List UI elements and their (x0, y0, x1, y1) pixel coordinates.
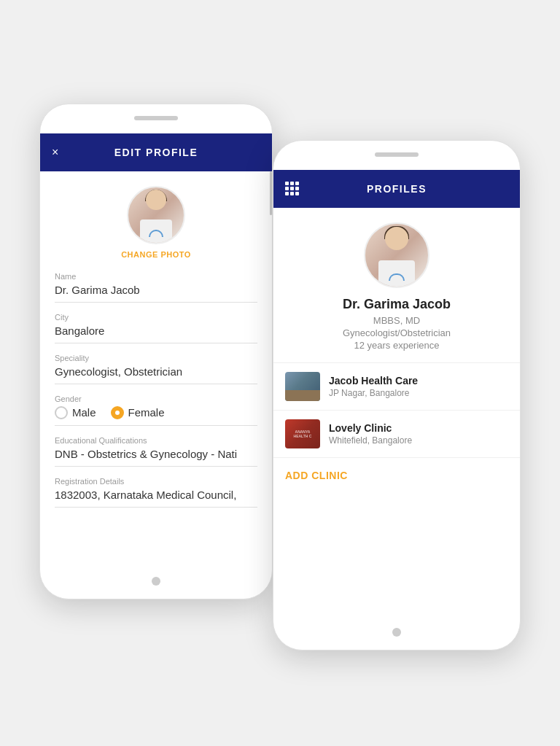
phones-container: × EDIT PROFILE CH (25, 45, 535, 702)
change-photo-button[interactable]: CHANGE PHOTO (121, 250, 191, 259)
close-button[interactable]: × (52, 146, 58, 159)
reg-label: Registration Details (55, 477, 257, 486)
doctor-head (146, 190, 166, 210)
doctor-hero: Dr. Garima Jacob MBBS, MD Gynecologist/O… (273, 208, 520, 363)
reg-value[interactable]: 1832003, Karnataka Medical Council, (55, 489, 257, 501)
city-value[interactable]: Bangalore (55, 325, 257, 337)
edu-label: Educational Qualifications (55, 436, 257, 445)
clinic-thumbnail-1 (285, 372, 320, 401)
speciality-label: Speciality (55, 354, 257, 362)
edit-profile-phone: × EDIT PROFILE CH (39, 104, 273, 599)
doctor-coat (140, 219, 172, 243)
speciality-value[interactable]: Gynecologist, Obstetrician (55, 365, 257, 378)
doctor-avatar-large (364, 222, 429, 288)
doctor-figure-large (368, 225, 426, 287)
gender-label: Gender (55, 395, 257, 403)
speciality-field: Speciality Gynecologist, Obstetrician (55, 354, 257, 384)
clinic-thumbnail-2: ANANYAHEALTH C (285, 419, 320, 448)
clinic-info-1: Jacob Health Care JP Nagar, Bangalore (329, 375, 508, 398)
clinic-location-2: Whitefield, Bangalore (329, 435, 508, 446)
clinic-thumb-text: ANANYAHEALTH C (294, 430, 312, 438)
doctor-coat-lg (378, 260, 415, 287)
clinic-location-1: JP Nagar, Bangalore (329, 388, 508, 398)
gender-options: Male Female (55, 406, 257, 419)
edit-profile-screen: × EDIT PROFILE CH (40, 133, 272, 570)
grid-icon[interactable] (285, 182, 299, 195)
profiles-title: PROFILES (367, 183, 427, 195)
avatar (127, 186, 185, 244)
doctor-name: Dr. Garima Jacob (343, 297, 451, 312)
doctor-experience: 12 years experience (354, 340, 439, 351)
name-field: Name Dr. Garima Jacob (55, 272, 257, 303)
male-label: Male (72, 406, 96, 419)
stethoscope-icon-lg (389, 273, 405, 281)
doctor-head-lg (385, 227, 408, 250)
list-item[interactable]: ANANYAHEALTH C Lovely Clinic Whitefield,… (273, 411, 520, 458)
profiles-phone: PROFILES Dr. Garima Jaco (273, 140, 521, 650)
gender-field: Gender Male Female (55, 395, 257, 426)
profiles-screen: PROFILES Dr. Garima Jaco (273, 170, 520, 621)
clinic-name-1: Jacob Health Care (329, 375, 508, 386)
doctor-figure (131, 188, 182, 243)
edit-profile-header: × EDIT PROFILE (40, 133, 272, 171)
male-radio[interactable] (55, 406, 68, 419)
list-item[interactable]: Jacob Health Care JP Nagar, Bangalore (273, 363, 520, 411)
clinic-info-2: Lovely Clinic Whitefield, Bangalore (329, 422, 508, 446)
stethoscope-icon (149, 230, 163, 237)
city-label: City (55, 313, 257, 322)
doctor-qualifications: MBBS, MD (373, 315, 420, 326)
name-label: Name (55, 272, 257, 281)
clinic-name-2: Lovely Clinic (329, 422, 508, 434)
reg-field: Registration Details 1832003, Karnataka … (55, 477, 257, 508)
female-radio[interactable] (111, 406, 124, 419)
edit-profile-title: EDIT PROFILE (114, 147, 198, 158)
edu-value[interactable]: DNB - Obstetrics & Gynecology - Nati (55, 448, 257, 460)
scroll-indicator (270, 171, 272, 215)
photo-section: CHANGE PHOTO (55, 186, 257, 259)
edu-field: Educational Qualifications DNB - Obstetr… (55, 436, 257, 467)
gender-male-option[interactable]: Male (55, 406, 96, 419)
add-clinic-button[interactable]: ADD CLINIC (273, 458, 520, 493)
profiles-header: PROFILES (273, 170, 520, 208)
female-label: Female (128, 406, 165, 419)
clinic-list: Jacob Health Care JP Nagar, Bangalore AN… (273, 363, 520, 493)
name-value[interactable]: Dr. Garima Jacob (55, 284, 257, 296)
doctor-specialty: Gynecologist/Obstetrician (343, 327, 451, 338)
city-field: City Bangalore (55, 313, 257, 343)
gender-female-option[interactable]: Female (111, 406, 165, 419)
profiles-content: Dr. Garima Jacob MBBS, MD Gynecologist/O… (273, 208, 520, 621)
edit-profile-content: CHANGE PHOTO Name Dr. Garima Jacob City … (40, 171, 272, 570)
